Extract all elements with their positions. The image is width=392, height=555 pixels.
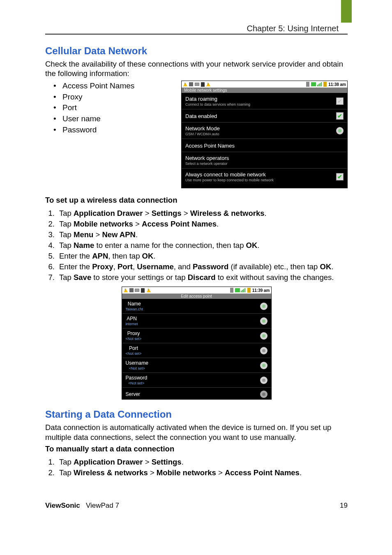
row-apn[interactable]: APNinternet bbox=[122, 314, 271, 328]
more-icon[interactable] bbox=[260, 332, 267, 340]
bullet-item: Access Point Names bbox=[53, 81, 348, 92]
section-title-starting: Starting a Data Connection bbox=[45, 409, 348, 420]
bullet-item: User name bbox=[53, 113, 348, 125]
chat-icon bbox=[129, 288, 134, 293]
row-password[interactable]: Password<Not set> bbox=[122, 373, 271, 388]
warning-icon bbox=[123, 288, 128, 293]
row-name[interactable]: NameTaiwan.cht bbox=[122, 299, 271, 314]
more-icon[interactable] bbox=[260, 317, 267, 325]
manual-start-steps: Tap Application Drawer > Settings. Tap W… bbox=[45, 457, 348, 478]
warning2-icon bbox=[146, 288, 151, 293]
row-username[interactable]: Username<Not set> bbox=[122, 358, 271, 373]
step-item: Tap Wireless & networks > Mobile network… bbox=[57, 467, 348, 478]
row-proxy[interactable]: Proxy<Not set> bbox=[122, 328, 271, 343]
section1-intro: Check the availability of these connecti… bbox=[45, 59, 348, 78]
row-title: Network operators bbox=[185, 155, 229, 161]
step-item: Tap Name to enter a name for the connect… bbox=[57, 240, 348, 251]
step-item: Enter the Proxy, Port, Username, and Pas… bbox=[57, 261, 348, 272]
chapter-heading: Chapter 5: Using Internet bbox=[247, 24, 339, 33]
row-sub: Use more power to keep connected to mobi… bbox=[185, 178, 274, 182]
status-clock: 11:39 am bbox=[252, 288, 270, 293]
more-icon[interactable] bbox=[260, 347, 267, 354]
header-rule bbox=[45, 34, 348, 35]
mail-icon bbox=[135, 288, 140, 293]
bullet-item: Port bbox=[53, 102, 348, 113]
info-bullet-list: Access Point Names Proxy Port User name … bbox=[53, 81, 348, 135]
screenshot-edit-access-point: 11:39 am Edit access point NameTaiwan.ch… bbox=[122, 287, 272, 400]
row-access-point-names[interactable]: Access Point Names bbox=[182, 139, 347, 152]
setup-heading: To set up a wireless data connection bbox=[45, 196, 348, 205]
row-sub: Select a network operator bbox=[185, 162, 229, 166]
more-icon[interactable] bbox=[260, 303, 267, 310]
status-bar: 11:39 am bbox=[122, 287, 271, 294]
checkbox-icon[interactable] bbox=[336, 173, 344, 180]
row-title: Access Point Names bbox=[185, 143, 235, 149]
row-network-operators[interactable]: Network operators Select a network opera… bbox=[182, 152, 347, 169]
step-item: Tap Save to store your settings or tap D… bbox=[57, 272, 348, 283]
bullet-item: Password bbox=[53, 125, 348, 136]
row-title: Always connect to mobile network bbox=[185, 171, 274, 178]
step-item: Tap Mobile networks > Access Point Names… bbox=[57, 219, 348, 229]
bluetooth-icon bbox=[229, 288, 234, 293]
more-icon[interactable] bbox=[260, 377, 267, 384]
page-number: 19 bbox=[340, 502, 348, 510]
more-icon[interactable] bbox=[260, 362, 267, 369]
manual-start-heading: To manually start a data connection bbox=[45, 444, 348, 453]
more-icon[interactable] bbox=[260, 391, 267, 398]
signal-3g-icon bbox=[235, 288, 240, 293]
side-accent-tab bbox=[341, 0, 352, 23]
bullet-item: Proxy bbox=[53, 92, 348, 103]
battery-icon bbox=[247, 288, 251, 293]
section-title-cellular: Cellular Data Network bbox=[45, 45, 348, 57]
section2-intro: Data connection is automatically activat… bbox=[45, 423, 348, 442]
setup-steps: Tap Application Drawer > Settings > Wire… bbox=[45, 208, 348, 282]
sd-icon bbox=[141, 288, 145, 293]
row-always-connect[interactable]: Always connect to mobile network Use mor… bbox=[182, 169, 347, 188]
step-item: Tap Application Drawer > Settings > Wire… bbox=[57, 208, 348, 219]
signal-bars-icon bbox=[241, 288, 246, 293]
row-server[interactable]: Server bbox=[122, 388, 271, 399]
step-item: Tap Menu > New APN. bbox=[57, 229, 348, 240]
step-item: Tap Application Drawer > Settings. bbox=[57, 457, 348, 467]
step-item: Enter the APN, then tap OK. bbox=[57, 251, 348, 261]
footer-brand: ViewSonic ViewPad 7 bbox=[45, 502, 119, 510]
row-port[interactable]: Port<Not set> bbox=[122, 343, 271, 358]
page-footer: ViewSonic ViewPad 7 19 bbox=[45, 502, 348, 510]
screen-subheader: Edit access point bbox=[122, 294, 271, 299]
